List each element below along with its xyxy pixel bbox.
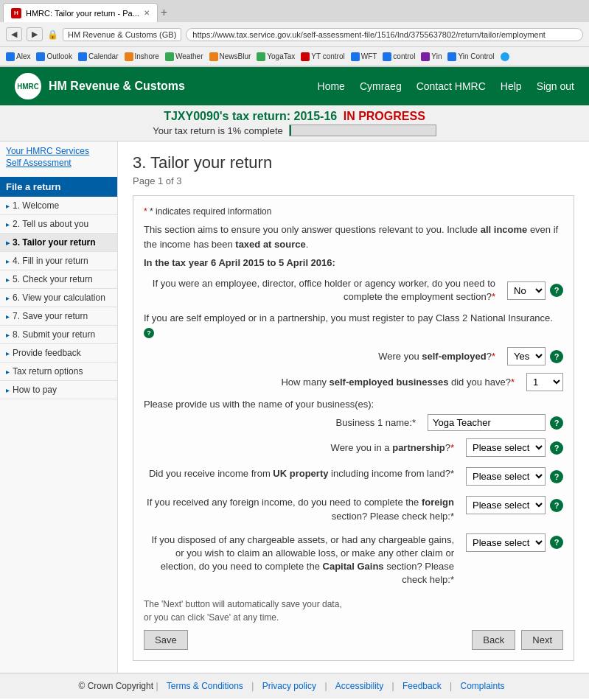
q4-label: Were you in a partnership?* (144, 441, 460, 455)
nav-help[interactable]: Help (501, 80, 522, 92)
back-button[interactable]: ◀ (6, 27, 22, 41)
intro-text: This section aims to ensure you only ans… (144, 223, 563, 251)
progress-bar-row: Your tax return is 1% complete (15, 125, 574, 136)
url-pre: https://www.tax.service.gov.uk (192, 30, 301, 39)
sidebar-item-how-to-pay[interactable]: ▸ How to pay (0, 381, 117, 399)
business1-input[interactable] (428, 414, 546, 431)
q2-help-icon[interactable]: ? (550, 350, 563, 363)
sidebar-link-self-assessment[interactable]: Self Assessment (6, 158, 111, 168)
sidebar-arrow-save: ▸ (6, 312, 10, 321)
back-button[interactable]: Back (472, 630, 515, 650)
progress-banner: TJXY0090's tax return: 2015-16 IN PROGRE… (0, 105, 589, 141)
q7-row: If you disposed of any chargeable assets… (144, 531, 563, 587)
sidebar-item-submit[interactable]: ▸ 8. Submit your return (0, 326, 117, 344)
sidebar-arrow-calc: ▸ (6, 294, 10, 302)
sidebar-item-fill-in[interactable]: ▸ 4. Fill in your return (0, 252, 117, 270)
bookmark-calendar[interactable]: Calendar (78, 52, 119, 61)
sidebar-item-tailor[interactable]: ▸ 3. Tailor your return (0, 234, 117, 252)
bookmark-yogatax[interactable]: YogaTax (257, 52, 295, 61)
q6-help-icon[interactable]: ? (550, 499, 563, 512)
nav-cymraeg[interactable]: Cymraeg (360, 80, 402, 92)
nav-contact[interactable]: Contact HMRC (417, 80, 486, 92)
bookmark-yin-icon (421, 52, 430, 61)
footer-terms[interactable]: Terms & Conditions (167, 681, 243, 691)
q7-control: Please select Yes No ? (466, 533, 563, 552)
btn-right: Back Next (472, 630, 563, 650)
active-tab[interactable]: H HMRC: Tailor your return - Pa... ✕ (3, 3, 158, 22)
bookmark-control[interactable]: control (383, 52, 415, 61)
sidebar-arrow-check: ▸ (6, 276, 10, 284)
q1-select[interactable]: No Yes (507, 281, 546, 300)
page-title: 3. Tailor your return (133, 153, 574, 172)
business1-help-icon[interactable]: ? (550, 416, 563, 430)
sidebar-item-tell-us[interactable]: ▸ 2. Tell us about you (0, 215, 117, 234)
nav-home[interactable]: Home (318, 80, 345, 92)
q7-help-icon[interactable]: ? (550, 536, 563, 549)
bookmark-weather[interactable]: Weather (165, 52, 203, 61)
footer-feedback[interactable]: Feedback (402, 681, 442, 691)
sidebar-item-check[interactable]: ▸ 5. Check your return (0, 270, 117, 289)
footer-complaints[interactable]: Complaints (460, 681, 504, 691)
hmrc-nav: Home Cymraeg Contact HMRC Help Sign out (318, 80, 574, 92)
q1-row: If you were an employee, director, offic… (144, 277, 563, 304)
footer-accessibility[interactable]: Accessibility (335, 681, 383, 691)
sidebar-item-tax-options[interactable]: ▸ Tax return options (0, 363, 117, 381)
tab-bar: H HMRC: Tailor your return - Pa... ✕ + (0, 0, 589, 22)
bookmark-ytcontrol-icon (301, 52, 310, 61)
q4-select[interactable]: Please select Yes No (466, 438, 546, 457)
bookmark-yin[interactable]: Yin (421, 52, 442, 61)
footer-privacy[interactable]: Privacy policy (262, 681, 316, 691)
bookmark-yincontrol-icon (447, 52, 456, 61)
sidebar-item-calculation[interactable]: ▸ 6. View your calculation (0, 289, 117, 307)
q1-help-icon[interactable]: ? (550, 284, 563, 297)
sidebar-arrow-welcome: ▸ (6, 202, 10, 210)
sidebar-arrow-taxoptions: ▸ (6, 368, 10, 376)
sidebar-item-save[interactable]: ▸ 7. Save your return (0, 307, 117, 326)
bookmark-newsblur[interactable]: NewsBlur (209, 52, 251, 61)
address-bar: ◀ ▶ 🔒 HM Revenue & Customs (GB) https://… (0, 22, 589, 47)
business1-label: Business 1 name:* (144, 417, 422, 428)
save-button[interactable]: Save (144, 630, 188, 650)
tab-close-button[interactable]: ✕ (144, 9, 150, 17)
bookmark-outlook[interactable]: Outlook (36, 52, 72, 61)
sidebar-item-feedback[interactable]: ▸ Provide feedback (0, 344, 117, 363)
bookmark-wft[interactable]: WFT (351, 52, 377, 61)
nav-signout[interactable]: Sign out (537, 80, 574, 92)
bookmark-yincontrol[interactable]: Yin Control (447, 52, 494, 61)
q2-select[interactable]: Yes No (507, 347, 546, 365)
bookmark-ytcontrol[interactable]: YT control (301, 52, 344, 61)
tab-favicon: H (11, 8, 21, 18)
q5-select[interactable]: Please select Yes No (466, 467, 546, 486)
q2-control: Yes No ? (507, 347, 563, 365)
bookmark-outlook-icon (36, 52, 45, 61)
q3-select[interactable]: 1 2 3 (526, 373, 563, 391)
bookmark-inshore-icon (125, 52, 133, 61)
sidebar-item-welcome[interactable]: ▸ 1. Welcome (0, 197, 117, 215)
form-panel: * * indicates required information This … (133, 195, 574, 661)
q4-help-icon[interactable]: ? (550, 441, 563, 455)
sidebar-link-hmrc-services[interactable]: Your HMRC Services (6, 146, 111, 156)
q5-help-icon[interactable]: ? (550, 470, 563, 483)
forward-button[interactable]: ▶ (27, 27, 43, 41)
business1-control: ? (428, 414, 563, 431)
hmrc-logo-text: HM Revenue & Customs (49, 80, 185, 93)
url-bar[interactable]: https://www.tax.service.gov.uk/self-asse… (186, 28, 583, 41)
q7-select[interactable]: Please select Yes No (466, 533, 546, 552)
q6-select[interactable]: Please select Yes No (466, 496, 546, 514)
new-tab-button[interactable]: + (161, 6, 167, 19)
sidebar-arrow-submit: ▸ (6, 331, 10, 339)
bookmark-alex[interactable]: Alex (6, 52, 30, 61)
bookmark-yogatax-icon (257, 52, 265, 61)
bookmark-calendar-icon (78, 52, 87, 61)
bookmark-newsblur-icon (209, 52, 218, 61)
bookmark-inshore[interactable]: Inshore (125, 52, 159, 61)
q5-row: Did you receive income from UK property … (144, 464, 563, 486)
q6-control: Please select Yes No ? (466, 496, 563, 514)
bookmark-wft-icon (351, 52, 360, 61)
bookmark-twitter[interactable] (501, 52, 509, 61)
progress-bar-fill (290, 125, 291, 136)
ni-help-icon[interactable]: ? (144, 328, 154, 338)
sidebar: Your HMRC Services Self Assessment File … (0, 141, 118, 673)
main-layout: Your HMRC Services Self Assessment File … (0, 141, 589, 673)
next-button[interactable]: Next (521, 630, 563, 650)
